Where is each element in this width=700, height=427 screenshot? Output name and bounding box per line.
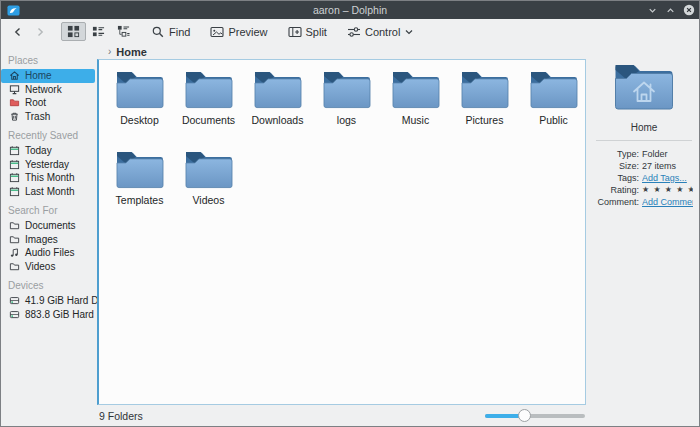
forward-button[interactable] [29,23,51,41]
home-icon [9,70,20,81]
sidebar-section-devices: Devices 41.9 GiB Hard Drive 883.8 GiB Ha… [1,273,97,321]
info-row-type: Type: Folder [595,148,693,160]
folder-icon [9,220,20,231]
folder-icon [252,68,304,110]
icons-view-button[interactable] [61,22,86,41]
folder-icon [114,68,166,110]
folder-item-music[interactable]: Music [381,68,450,148]
control-button[interactable]: Control [342,22,419,42]
calendar-icon [9,145,20,156]
compact-view-button[interactable] [86,22,111,41]
back-button[interactable] [7,23,29,41]
folder-item-logs[interactable]: logs [312,68,381,148]
information-panel: Home Type: Folder Size: 27 items Tags: A… [589,44,699,405]
section-header-search-for: Search For [1,198,97,219]
info-label: Size: [595,160,639,172]
add-tags-link[interactable]: Add Tags... [642,172,693,184]
search-icon [151,25,165,39]
folder-label: Desktop [120,114,159,126]
folder-label: Public [539,114,568,126]
sidebar-item-label: Audio Files [25,247,74,258]
statusbar: 9 Folders [97,405,699,426]
folder-item-pictures[interactable]: Pictures [450,68,519,148]
folder-label: Videos [193,194,225,206]
toolbar: Find Preview Split Control [1,19,699,44]
preview-button[interactable]: Preview [205,22,272,42]
sidebar-item-label: Last Month [25,186,74,197]
sidebar-item-label: Home [25,70,52,81]
details-view-button[interactable] [111,22,136,41]
sidebar-item-label: 41.9 GiB Hard Drive [25,295,97,306]
split-label: Split [306,26,327,38]
divider [596,140,692,141]
sidebar-item-documents[interactable]: Documents [1,219,97,233]
trash-icon [9,111,20,122]
rating-stars[interactable]: ★ ★ ★ ★ ★ [642,184,693,196]
sidebar-item-images[interactable]: Images [1,233,97,247]
info-label: Tags: [595,172,639,184]
folder-icon [9,234,20,245]
folder-item-downloads[interactable]: Downloads [243,68,312,148]
folder-label: Documents [182,114,235,126]
sidebar-item-drive-883[interactable]: 883.8 GiB Hard Drive [1,308,97,322]
hard-drive-icon [9,295,20,306]
maximize-button[interactable] [665,5,676,16]
minimize-button[interactable] [647,5,658,16]
sidebar-section-places: Places Home Network Root [1,48,97,123]
folder-label: Downloads [252,114,304,126]
section-header-recently-saved: Recently Saved [1,123,97,144]
sidebar-item-videos[interactable]: Videos [1,260,97,274]
breadcrumb-home[interactable]: Home [116,46,147,58]
sidebar-item-label: Root [25,97,46,108]
sidebar-item-label: Network [25,84,62,95]
places-panel: Places Home Network Root [1,44,97,426]
chevron-down-icon [404,27,414,37]
folder-item-documents[interactable]: Documents [174,68,243,148]
sidebar-item-home[interactable]: Home [1,69,95,83]
split-button[interactable]: Split [283,22,332,42]
sidebar-item-yesterday[interactable]: Yesterday [1,158,97,172]
close-button[interactable] [683,4,695,16]
zoom-slider[interactable] [485,409,585,423]
window-title: aaron – Dolphin [1,4,699,16]
sidebar-item-label: Images [25,234,58,245]
section-header-devices: Devices [1,273,97,294]
folder-label: Pictures [466,114,504,126]
red-folder-icon [9,97,20,108]
folder-item-videos[interactable]: Videos [174,148,243,228]
view-mode-group [61,22,136,41]
zoom-slider-knob[interactable] [518,409,531,422]
preview-label: Preview [228,26,267,38]
add-comment-link[interactable]: Add Comment... [642,196,693,208]
network-icon [9,84,20,95]
dolphin-window: aaron – Dolphin [0,0,700,427]
breadcrumb-chevron-icon: › [108,46,111,57]
sidebar-item-label: 883.8 GiB Hard Drive [25,309,97,320]
sidebar-item-audio-files[interactable]: Audio Files [1,246,97,260]
dolphin-app-icon [7,4,20,17]
sidebar-item-today[interactable]: Today [1,144,97,158]
sidebar-item-this-month[interactable]: This Month [1,171,97,185]
folder-item-templates[interactable]: Templates [105,148,174,228]
calendar-icon [9,159,20,170]
sidebar-item-drive-41[interactable]: 41.9 GiB Hard Drive [1,294,97,308]
chevron-left-icon [12,26,24,38]
control-label: Control [365,26,400,38]
folder-icon [390,68,442,110]
sidebar-item-root[interactable]: Root [1,96,97,110]
info-label: Rating: [595,184,639,196]
folder-item-desktop[interactable]: Desktop [105,68,174,148]
sidebar-item-trash[interactable]: Trash [1,110,97,124]
chevron-down-icon [647,5,658,16]
folder-view[interactable]: Desktop Documents Downloads [97,59,586,405]
breadcrumb: › Home [97,44,589,59]
calendar-icon [9,172,20,183]
folder-icon [114,148,166,190]
info-value-type: Folder [642,148,693,160]
sidebar-item-network[interactable]: Network [1,83,97,97]
find-button[interactable]: Find [146,22,195,42]
folder-icon [321,68,373,110]
folder-item-public[interactable]: Public [519,68,588,148]
chevron-up-icon [665,5,676,16]
sidebar-item-last-month[interactable]: Last Month [1,185,97,199]
